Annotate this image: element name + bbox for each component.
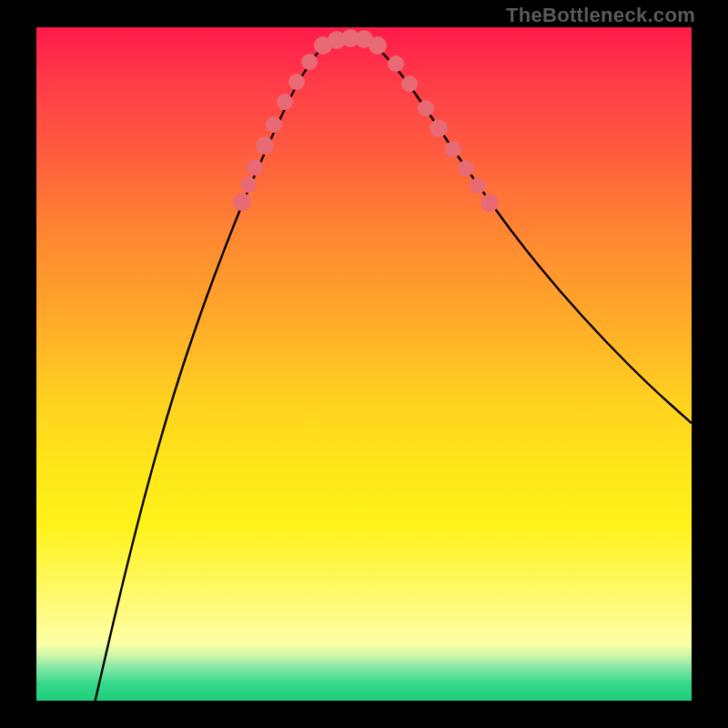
data-point — [401, 76, 418, 92]
data-point — [233, 193, 251, 211]
data-markers — [233, 29, 499, 212]
bottleneck-curve — [91, 37, 692, 702]
data-point — [256, 136, 274, 155]
data-point — [458, 160, 474, 177]
data-point — [480, 194, 499, 212]
data-point — [445, 141, 461, 157]
data-point — [247, 159, 263, 176]
data-point — [369, 36, 387, 55]
data-point — [388, 56, 404, 72]
plot-area — [36, 27, 692, 701]
data-point — [470, 177, 486, 194]
curve-svg — [36, 27, 692, 701]
data-point — [418, 100, 434, 116]
data-point — [301, 54, 318, 70]
data-point — [277, 94, 293, 110]
data-point — [266, 116, 282, 133]
data-point — [430, 119, 448, 137]
chart-container: TheBottleneck.com — [0, 0, 728, 728]
watermark-text: TheBottleneck.com — [506, 4, 695, 27]
curve-line — [91, 37, 692, 702]
data-point — [240, 177, 257, 193]
data-point — [288, 74, 305, 90]
